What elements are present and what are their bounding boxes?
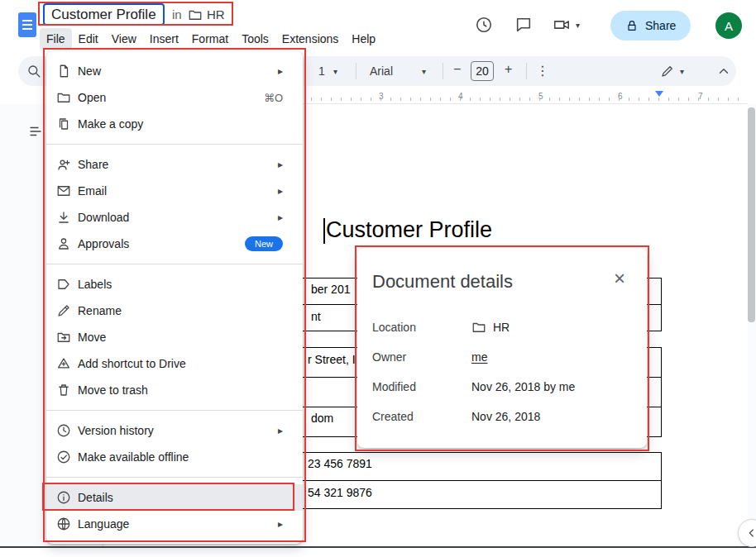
- menu-bar: File Edit View Insert Format Tools Exten…: [40, 28, 382, 50]
- file-menu-item-share[interactable]: Share ▸: [46, 151, 303, 178]
- menu-help[interactable]: Help: [345, 28, 382, 50]
- vertical-scrollbar[interactable]: [748, 107, 755, 322]
- file-menu-item-labels[interactable]: Labels: [46, 271, 303, 298]
- chevron-left-icon: [745, 526, 756, 540]
- meet-button[interactable]: ▾: [553, 11, 580, 39]
- menu-divider: [46, 477, 303, 478]
- account-avatar[interactable]: A: [715, 12, 742, 39]
- file-menu-item-rename[interactable]: Rename: [46, 298, 303, 324]
- detail-row-location: Location HR: [372, 312, 627, 342]
- docs-logo-lines: [22, 20, 32, 31]
- detail-row-modified: Modified Nov 26, 2018 by me: [372, 372, 627, 402]
- menu-item-label: Labels: [78, 278, 112, 291]
- file-menu-item-email[interactable]: Email ▸: [46, 178, 303, 204]
- file-menu-item-add-shortcut-to-drive[interactable]: Add shortcut to Drive: [46, 350, 303, 377]
- detail-label: Created: [372, 410, 471, 423]
- menu-item-label: Move to trash: [78, 383, 148, 397]
- menu-format[interactable]: Format: [185, 28, 235, 50]
- decrease-font-size-button[interactable]: −: [453, 62, 461, 77]
- menu-tools[interactable]: Tools: [235, 28, 275, 50]
- table-border: [248, 452, 662, 453]
- doc-title-input[interactable]: Customer Profile: [43, 3, 165, 26]
- file-menu-item-make-available-offline[interactable]: Make available offline: [46, 444, 303, 470]
- rename-icon: [56, 303, 71, 318]
- detail-label: Owner: [372, 350, 471, 364]
- info-icon: [56, 490, 71, 505]
- increase-font-size-button[interactable]: +: [505, 62, 512, 77]
- menu-item-label: Language: [78, 517, 129, 531]
- share-button-label: Share: [645, 19, 676, 32]
- zoom-caret-icon[interactable]: ▾: [333, 67, 337, 76]
- table-border: [248, 508, 662, 509]
- submenu-arrow-icon: ▸: [278, 425, 283, 436]
- indent-marker-icon[interactable]: [655, 91, 663, 97]
- video-camera-icon: [553, 16, 571, 34]
- detail-row-created: Created Nov 26, 2018: [372, 402, 627, 431]
- search-icon[interactable]: [26, 64, 41, 79]
- hide-menus-chevron-icon[interactable]: [716, 64, 731, 79]
- folder-icon[interactable]: [188, 7, 203, 22]
- menu-insert[interactable]: Insert: [143, 28, 185, 50]
- menu-extensions[interactable]: Extensions: [275, 28, 345, 50]
- detail-row-owner: Owner me: [372, 342, 627, 372]
- detail-value: HR: [493, 321, 510, 334]
- table-border: [661, 452, 662, 508]
- popup-rows: Location HR Owner me Modified Nov 26, 20…: [372, 312, 627, 431]
- folder-name-label[interactable]: HR: [207, 7, 225, 21]
- ruler-mark: 6: [618, 92, 623, 101]
- file-menu-item-open[interactable]: Open ⌘O: [46, 84, 303, 111]
- menu-item-label: New: [78, 64, 101, 78]
- submenu-arrow-icon: ▸: [278, 159, 283, 170]
- file-menu-item-new[interactable]: New ▸: [46, 58, 303, 84]
- editing-mode-caret-icon[interactable]: ▾: [680, 67, 684, 76]
- share-button[interactable]: Share: [610, 11, 691, 40]
- menu-item-label: Open: [78, 91, 106, 104]
- version-history-icon: [56, 423, 71, 438]
- submenu-arrow-icon: ▸: [278, 185, 283, 197]
- window-bottom-edge: [0, 546, 756, 548]
- submenu-arrow-icon: ▸: [278, 518, 283, 530]
- menu-divider: [46, 144, 303, 145]
- editing-mode-pen-icon[interactable]: [660, 64, 675, 79]
- font-family-caret-icon[interactable]: ▾: [422, 67, 426, 76]
- new-document-icon: [56, 64, 71, 79]
- menu-item-label: Add shortcut to Drive: [78, 357, 186, 370]
- copy-icon: [56, 117, 71, 131]
- drive-shortcut-icon: [56, 356, 71, 371]
- folder-icon: [471, 320, 486, 335]
- file-menu-item-language[interactable]: Language ▸: [46, 511, 303, 537]
- file-menu-item-make-a-copy[interactable]: Make a copy: [46, 111, 303, 137]
- close-icon[interactable]: ×: [609, 268, 630, 289]
- ruler-mark: 3: [379, 92, 384, 101]
- file-menu-item-download[interactable]: Download ▸: [46, 204, 303, 231]
- font-size-input[interactable]: 20: [471, 61, 494, 81]
- zoom-value[interactable]: 1: [318, 64, 325, 78]
- table-cell-text: 23 456 7891: [308, 457, 372, 470]
- menu-view[interactable]: View: [105, 28, 143, 50]
- menu-edit[interactable]: Edit: [72, 28, 105, 50]
- clock-history-icon: [475, 16, 493, 34]
- menu-item-label: Move: [78, 331, 106, 344]
- show-outline-icon[interactable]: [28, 124, 43, 139]
- menu-item-label: Rename: [78, 304, 122, 317]
- detail-value[interactable]: me: [471, 350, 487, 364]
- globe-icon: [56, 517, 71, 531]
- version-history-button[interactable]: [470, 11, 498, 39]
- table-border: [661, 278, 662, 331]
- file-menu-item-move-to-trash[interactable]: Move to trash: [46, 377, 303, 403]
- approvals-icon: [56, 236, 71, 251]
- detail-label: Location: [372, 321, 471, 334]
- file-menu-item-approvals[interactable]: Approvals New: [46, 231, 303, 257]
- file-menu-item-move[interactable]: Move: [46, 324, 303, 350]
- comments-button[interactable]: [510, 11, 538, 39]
- toolbar-overflow-icon[interactable]: ⋮: [536, 63, 549, 79]
- file-menu-item-details[interactable]: Details: [46, 484, 303, 511]
- document-heading[interactable]: Customer Profile: [326, 217, 492, 243]
- file-menu-item-version-history[interactable]: Version history ▸: [46, 417, 303, 444]
- docs-logo-icon[interactable]: [18, 12, 36, 37]
- font-family-select[interactable]: Arial: [370, 64, 393, 78]
- toolbar-separator: [356, 63, 356, 79]
- menu-file[interactable]: File: [40, 28, 72, 50]
- meet-caret-icon[interactable]: ▾: [576, 21, 580, 30]
- toolbar-separator: [526, 63, 527, 79]
